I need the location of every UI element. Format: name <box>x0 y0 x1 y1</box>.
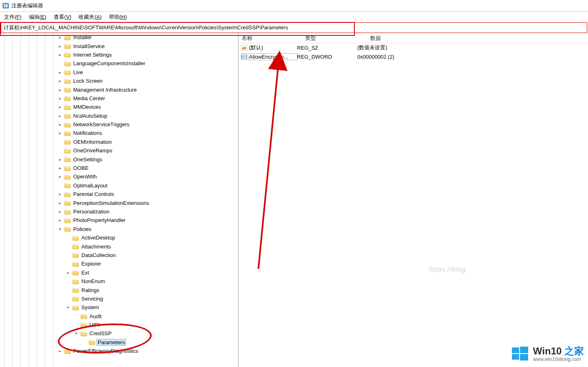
tree-item[interactable]: ▸UIPI <box>0 321 238 329</box>
svg-rect-3 <box>4 7 5 7</box>
tree-expander-icon[interactable]: ▸ <box>57 69 63 75</box>
tree-item[interactable]: ▾CredSSP <box>0 329 238 338</box>
tree-expander-icon[interactable]: ▸ <box>57 209 63 215</box>
tree-item[interactable]: ▸ActiveDesktop <box>0 233 238 242</box>
tree-item-label: Servicing <box>81 296 104 302</box>
tree-item[interactable]: ▸Explorer <box>0 259 238 268</box>
tree-expander-icon[interactable]: ▸ <box>57 52 63 57</box>
address-input[interactable] <box>1 23 588 33</box>
faint-watermark: https://blog <box>429 266 466 273</box>
tree-item[interactable]: ▸OneSettings <box>0 155 238 163</box>
tree-item[interactable]: ▸NetworkServiceTriggers <box>0 120 238 129</box>
tree-item[interactable]: ▸Parental Controls <box>0 190 238 198</box>
value-row[interactable]: 011AllowEncryptio...REG_DWORD0x00000002 … <box>238 52 588 61</box>
tree-item[interactable]: ▸Parameters <box>0 338 238 347</box>
menu-edit[interactable]: 编辑(E) <box>29 13 46 21</box>
tree-item[interactable]: ▸PowerEfficiencyDiagnostics <box>0 347 238 355</box>
tree-item[interactable]: ▸OEMInformation <box>0 138 238 146</box>
tree-item[interactable]: ▸PerceptionSimulationExtensions <box>0 198 238 207</box>
tree-item[interactable]: ▸Live <box>0 68 238 77</box>
col-name[interactable]: 名称 <box>238 33 302 43</box>
folder-icon <box>64 156 71 162</box>
win10-logo-icon <box>511 345 529 363</box>
tree-item-label: Internet Settings <box>72 52 113 58</box>
tree-expander-icon[interactable]: ▸ <box>57 156 63 162</box>
tree-expander-icon[interactable]: ▾ <box>65 305 71 310</box>
tree-expander-icon[interactable]: ▸ <box>57 130 63 136</box>
folder-icon <box>64 182 71 188</box>
tree-item[interactable]: ▸NcdAutoSetup <box>0 112 238 120</box>
tree-item[interactable]: ▸Media Center <box>0 94 238 103</box>
address-bar[interactable] <box>1 22 587 33</box>
tree-item[interactable]: ▸Notifications <box>0 129 238 137</box>
tree-item[interactable]: ▸LanguageComponentsInstaller <box>0 59 238 68</box>
tree-item-label: NonEnum <box>81 278 106 284</box>
tree-expander-icon[interactable]: ▸ <box>57 95 63 101</box>
tree-item-label: MMDevices <box>72 104 102 110</box>
tree-item[interactable]: ▸OpenWith <box>0 172 238 181</box>
tree-item-label: PhotoPropertyHandler <box>72 217 127 223</box>
tree-expander-icon[interactable]: ▸ <box>65 270 71 275</box>
value-row[interactable]: ab(默认)REG_SZ(数值未设置) <box>238 43 588 52</box>
tree-expander-icon[interactable]: ▾ <box>57 226 63 232</box>
tree-pane[interactable]: ▸Installer▸InstallService▸Internet Setti… <box>0 33 238 367</box>
tree-item[interactable]: ▸OOBE <box>0 164 238 172</box>
tree-item[interactable]: ▸Lock Screen <box>0 77 238 85</box>
tree-item-label: System <box>81 304 100 310</box>
folder-icon <box>64 52 71 57</box>
tree-expander-icon[interactable]: ▸ <box>57 191 63 197</box>
menu-view[interactable]: 查看(V) <box>54 13 71 21</box>
menu-favorites[interactable]: 收藏夹(A) <box>79 13 101 21</box>
folder-icon <box>64 226 71 232</box>
tree-item-label: Parental Controls <box>72 191 115 197</box>
tree-item[interactable]: ▸MMDevices <box>0 103 238 111</box>
tree-expander-icon[interactable]: ▸ <box>57 87 63 92</box>
tree-item-label: OOBE <box>72 165 90 171</box>
col-type[interactable]: 类型 <box>302 33 367 43</box>
tree-item[interactable]: ▸Audit <box>0 312 238 321</box>
tree-expander-icon[interactable]: ▾ <box>73 331 79 336</box>
tree-expander-icon[interactable]: ▸ <box>57 122 63 127</box>
tree-expander-icon[interactable]: ▸ <box>57 165 63 171</box>
tree-item[interactable]: ▸OptimalLayout <box>0 181 238 190</box>
tree-item[interactable]: ▾System <box>0 303 238 312</box>
menu-file[interactable]: 文件(F) <box>4 13 22 21</box>
tree-expander-icon[interactable]: ▸ <box>57 174 63 180</box>
site-watermark: Win10 之家 www.win10xitong.com <box>511 345 584 363</box>
tree-item[interactable]: ▸NonEnum <box>0 277 238 286</box>
tree-item-label: NetworkServiceTriggers <box>72 121 130 127</box>
tree-item[interactable]: ▸PhotoPropertyHandler <box>0 216 238 224</box>
tree-expander-icon[interactable]: ▸ <box>57 78 63 84</box>
tree-expander-icon[interactable]: ▸ <box>57 43 63 49</box>
tree-expander-icon[interactable]: ▸ <box>57 348 63 354</box>
tree-item[interactable]: ▸Ratings <box>0 286 238 294</box>
titlebar: 注册表编辑器 <box>0 0 588 12</box>
tree-item-label: Parameters <box>97 339 126 345</box>
values-pane[interactable]: 名称 类型 数据 ab(默认)REG_SZ(数值未设置)011AllowEncr… <box>238 33 588 367</box>
svg-rect-4 <box>6 4 8 7</box>
tree-expander-icon[interactable]: ▸ <box>57 113 63 119</box>
tree-expander-icon[interactable]: ▸ <box>57 35 63 40</box>
tree-expander-icon[interactable]: ▸ <box>57 104 63 110</box>
tree-item[interactable]: ▸DataCollection <box>0 251 238 259</box>
tree-item[interactable]: ▸Servicing <box>0 294 238 303</box>
tree-item[interactable]: ▸Personalization <box>0 207 238 216</box>
tree-item[interactable]: ▸Attachments <box>0 242 238 251</box>
tree-item[interactable]: ▸Internet Settings <box>0 51 238 59</box>
tree-expander-icon[interactable]: ▸ <box>57 218 63 223</box>
value-type-icon: ab <box>241 44 247 51</box>
tree-item[interactable]: ▸InstallService <box>0 42 238 50</box>
col-data[interactable]: 数据 <box>367 33 588 43</box>
folder-icon <box>64 148 71 154</box>
tree-expander-icon[interactable]: ▸ <box>57 200 63 206</box>
tree-item-label: Media Center <box>72 95 106 101</box>
folder-icon <box>64 35 71 40</box>
regedit-icon <box>2 2 9 9</box>
tree-item[interactable]: ▸Management Infrastructure <box>0 85 238 94</box>
folder-icon <box>64 122 71 127</box>
menu-help[interactable]: 帮助(H) <box>109 13 127 21</box>
tree-item[interactable]: ▸Ext <box>0 268 238 277</box>
tree-item[interactable]: ▾Policies <box>0 225 238 233</box>
tree-item[interactable]: ▸OneDriveRamps <box>0 146 238 155</box>
tree-item[interactable]: ▸Installer <box>0 33 238 42</box>
